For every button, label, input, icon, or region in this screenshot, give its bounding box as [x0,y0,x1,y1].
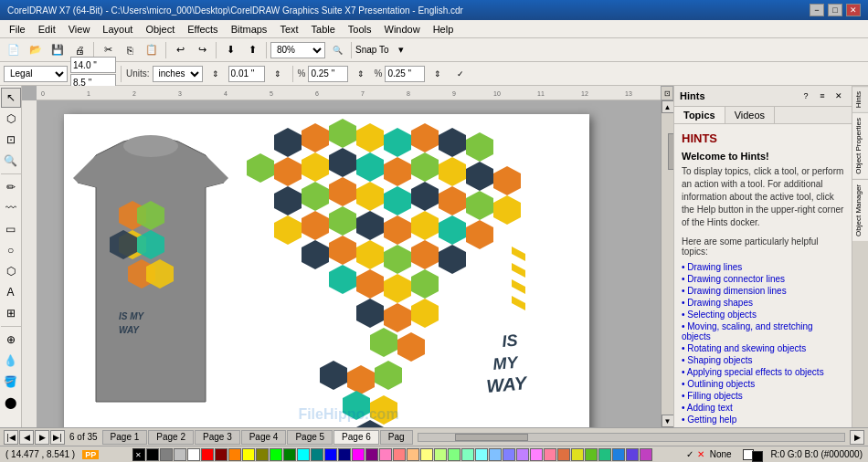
y-size-input[interactable] [385,66,425,82]
scroll-down-button[interactable]: ▼ [662,415,674,427]
copy-button[interactable]: ⎘ [120,40,140,60]
menu-tools[interactable]: Tools [343,22,377,37]
color-swatch-29[interactable] [544,448,556,461]
export-button[interactable]: ⬆ [242,40,262,60]
smart-draw-tool[interactable]: 〰 [1,198,21,218]
hint-link-3[interactable]: • Drawing shapes [682,298,844,308]
color-swatch-34[interactable] [612,448,625,461]
color-swatch-1[interactable] [160,448,173,461]
blend-tool[interactable]: ⊕ [1,330,21,350]
color-swatch-8[interactable] [256,448,269,461]
hint-link-7[interactable]: • Shaping objects [682,355,844,365]
hscroll-track[interactable] [418,433,845,442]
page-last-button[interactable]: ▶| [50,430,65,445]
color-swatch-22[interactable] [448,448,460,461]
color-swatch-15[interactable] [352,448,365,461]
increment-input[interactable] [228,66,265,82]
color-swatch-9[interactable] [270,448,282,461]
maximize-button[interactable]: □ [828,4,842,16]
freehand-tool[interactable]: ✏ [1,177,21,197]
color-swatch-4[interactable] [201,448,214,461]
color-swatch-26[interactable] [503,448,515,461]
menu-bitmaps[interactable]: Bitmaps [226,22,273,37]
page-tab-3[interactable]: Page 3 [195,430,240,445]
hint-link-8[interactable]: • Applying special effects to objects [682,367,844,377]
color-swatch-12[interactable] [311,448,323,461]
close-button[interactable]: ✕ [846,4,861,16]
page-prev-button[interactable]: ◀ [19,430,34,445]
color-swatch-32[interactable] [585,448,598,461]
hint-link-6[interactable]: • Rotating and skewing objects [682,343,844,353]
hscroll-thumb[interactable] [455,434,528,441]
menu-table[interactable]: Table [306,22,341,37]
hint-link-2[interactable]: • Drawing dimension lines [682,286,844,296]
color-swatch-7[interactable] [242,448,255,461]
rectangle-tool[interactable]: ▭ [1,219,21,239]
scroll-up-button[interactable]: ▲ [662,100,674,113]
color-swatch-35[interactable] [626,448,639,461]
page-tab-4[interactable]: Page 4 [241,430,287,445]
menu-effects[interactable]: Effects [182,22,223,37]
page-tab-2[interactable]: Page 2 [148,430,194,445]
menu-file[interactable]: File [4,22,31,37]
hint-link-10[interactable]: • Filling objects [682,391,844,401]
page-width-input[interactable] [70,57,116,73]
select-tool[interactable]: ↖ [1,88,21,108]
text-tool[interactable]: A [1,282,21,302]
color-swatch-11[interactable] [297,448,310,461]
menu-help[interactable]: Help [428,22,460,37]
import-button[interactable]: ⬇ [220,40,240,60]
page-tab-more[interactable]: Pag [380,430,413,445]
color-swatch-0[interactable] [146,448,159,461]
color-swatch-18[interactable] [393,448,406,461]
snap-dropdown-button[interactable]: ▾ [391,40,411,60]
shape-tool[interactable]: ⬡ [1,109,21,129]
hint-link-1[interactable]: • Drawing connector lines [682,274,844,284]
units-selector[interactable]: inches mm cm px [153,66,203,82]
panel-close-button[interactable]: ✕ [831,89,846,103]
crop-tool[interactable]: ⊡ [1,130,21,150]
color-swatch-24[interactable] [475,448,488,461]
color-swatch-17[interactable] [379,448,392,461]
color-swatch-21[interactable] [434,448,447,461]
menu-object[interactable]: Object [140,22,180,37]
color-swatch-13[interactable] [324,448,337,461]
panel-help-button[interactable]: ? [799,89,813,103]
undo-button[interactable]: ↩ [170,40,190,60]
color-swatch-28[interactable] [530,448,543,461]
increment-arrows[interactable]: ⇕ [268,64,288,84]
table-tool[interactable]: ⊞ [1,303,21,323]
panel-toggle-button[interactable]: ⊡ [661,86,673,100]
color-swatch-14[interactable] [338,448,351,461]
side-tab-object-properties[interactable]: Object Properties [852,112,869,179]
polygon-tool[interactable]: ⬡ [1,261,21,281]
color-swatch-19[interactable] [407,448,419,461]
panel-menu-button[interactable]: ≡ [815,89,830,103]
side-tab-hints[interactable]: Hints [852,86,869,112]
scroll-right-button[interactable]: ▶ [850,430,864,445]
open-button[interactable]: 📂 [26,40,46,60]
new-button[interactable]: 📄 [4,40,24,60]
menu-text[interactable]: Text [274,22,303,37]
hint-link-5[interactable]: • Moving, scaling, and stretching object… [682,321,844,341]
color-swatch-20[interactable] [420,448,433,461]
minimize-button[interactable]: − [810,4,824,16]
font-selector[interactable]: Legal [4,66,68,82]
redo-button[interactable]: ↪ [192,40,212,60]
color-swatch-25[interactable] [489,448,502,461]
color-swatch-16[interactable] [365,448,378,461]
page-tab-1[interactable]: Page 1 [102,430,148,445]
tab-topics[interactable]: Topics [674,107,725,123]
hint-link-4[interactable]: • Selecting objects [682,310,844,320]
color-swatch-30[interactable] [557,448,570,461]
side-tab-object-manager[interactable]: Object Manager [852,179,869,241]
color-swatch-27[interactable] [516,448,529,461]
color-swatch-31[interactable] [571,448,584,461]
color-swatch-23[interactable] [461,448,474,461]
tab-videos[interactable]: Videos [725,107,775,123]
zoom-tool[interactable]: 🔍 [1,151,21,171]
paste-button[interactable]: 📋 [142,40,162,60]
eyedropper-tool[interactable]: 💧 [1,351,21,371]
color-swatch-33[interactable] [598,448,611,461]
vertical-scrollbar[interactable]: ▲ ▼ [661,100,673,427]
